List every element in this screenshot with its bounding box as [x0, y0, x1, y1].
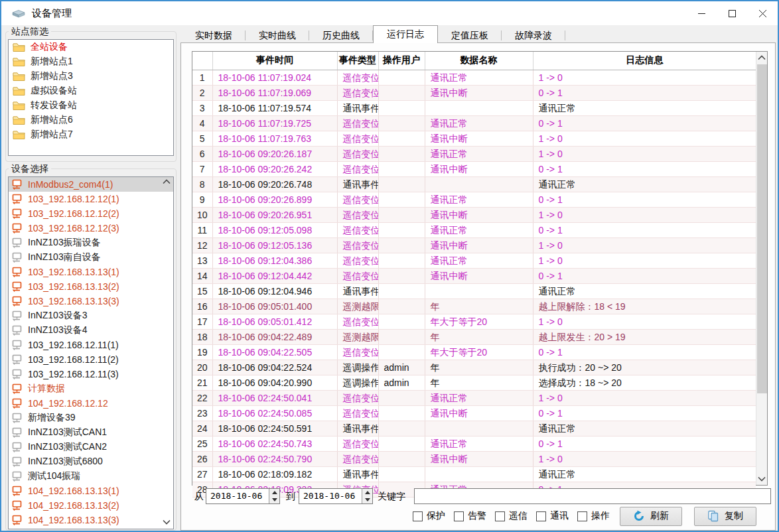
site-tree-item[interactable]: 新增站点6 — [9, 113, 173, 127]
device-list-item[interactable]: 103_192.168.12.12(3) — [9, 221, 173, 235]
checkbox-box[interactable] — [536, 511, 546, 521]
table-row[interactable]: 4 18-10-06 11:07:19.725 遥信变位 通讯正常 0 -> 1 — [192, 115, 756, 131]
log-table-header-cell[interactable] — [192, 52, 212, 70]
device-list-item[interactable]: 104_192.168.13.13(2) — [9, 498, 173, 513]
table-row[interactable]: 20 18-10-06 09:04:22.524 遥调操作 admin 年 执行… — [192, 360, 756, 375]
device-list-item[interactable]: 103_192.168.13.13(1) — [9, 265, 173, 279]
site-tree-item[interactable]: 新增站点3 — [9, 69, 173, 84]
table-row[interactable]: 7 18-10-06 09:20:26.242 遥信变位 通讯中断 0 -> 1 — [192, 161, 756, 176]
table-scroll-up-icon[interactable] — [758, 55, 766, 60]
to-date-picker[interactable]: 2018-10-06 — [299, 488, 373, 504]
device-list-item[interactable]: InNZ103设备4 — [9, 323, 173, 338]
site-tree-item[interactable]: 虚拟设备站 — [9, 84, 173, 98]
tab[interactable]: 运行日志 — [373, 25, 438, 43]
device-list-item[interactable]: InNZ103测试6800 — [9, 454, 173, 469]
table-row[interactable]: 2 18-10-06 11:07:19.069 遥信变位 通讯中断 0 -> 1 — [192, 85, 756, 100]
filter-checkbox[interactable]: 保护 — [413, 510, 445, 522]
log-table-header-cell[interactable]: 事件时间 — [212, 52, 337, 70]
tab[interactable]: 定值压板 — [438, 28, 502, 43]
table-row[interactable]: 22 18-10-06 02:24:50.041 遥信变位 通讯正常 1 -> … — [192, 390, 756, 405]
device-list-item[interactable]: 103_192.168.12.12(2) — [9, 206, 173, 221]
device-list-item[interactable]: InNZ103振瑞设备 — [9, 235, 173, 250]
checkbox-box[interactable] — [495, 511, 505, 521]
spin-up-icon[interactable] — [365, 491, 370, 494]
table-row[interactable]: 24 18-10-06 02:24:50.591 通讯事件 通讯正常 — [192, 421, 756, 436]
spin-down-icon[interactable] — [365, 498, 370, 501]
table-row[interactable]: 6 18-10-06 09:20:26.187 遥信变位 通讯正常 1 -> 0 — [192, 146, 756, 161]
table-row[interactable]: 19 18-10-06 09:04:22.505 遥信变位 年大于等于20 0 … — [192, 344, 756, 360]
device-list-scroll-up-icon[interactable] — [163, 179, 171, 184]
filter-checkbox[interactable]: 通讯 — [536, 510, 569, 522]
device-list-item[interactable]: InNZ103测试CAN1 — [9, 425, 173, 440]
device-list-item[interactable] — [9, 527, 173, 529]
table-row[interactable]: 23 18-10-06 02:24:50.085 遥信变位 通讯中断 0 -> … — [192, 405, 756, 421]
device-list-item[interactable]: 103_192.168.12.11(2) — [9, 352, 173, 367]
table-row[interactable]: 5 18-10-06 11:07:19.763 遥信变位 通讯中断 1 -> 0 — [192, 131, 756, 146]
checkbox-box[interactable] — [413, 511, 423, 521]
tab[interactable]: 实时曲线 — [246, 28, 309, 43]
device-list-item[interactable]: 测试104振瑞 — [9, 469, 173, 484]
table-row[interactable]: 13 18-10-06 09:12:04.386 遥信变位 通讯正常 1 -> … — [192, 253, 756, 268]
refresh-button[interactable]: 刷新 — [620, 507, 682, 526]
table-row[interactable]: 26 18-10-06 02:24:50.790 遥信变位 通讯中断 1 -> … — [192, 451, 756, 466]
table-row[interactable]: 15 18-10-06 09:12:04.946 通讯事件 通讯正常 — [192, 283, 756, 299]
table-row[interactable]: 11 18-10-06 09:12:05.098 遥信变位 通讯正常 0 -> … — [192, 222, 756, 237]
spin-up-icon[interactable] — [272, 491, 277, 494]
device-list-item[interactable]: 103_192.168.13.13(3) — [9, 294, 173, 308]
device-list-scroll-down-icon[interactable] — [163, 519, 171, 525]
device-list-item[interactable]: 104_192.168.13.13(3) — [9, 513, 173, 527]
device-list-item[interactable]: 计算数据 — [9, 381, 173, 396]
from-date-picker[interactable]: 2018-10-06 — [206, 488, 280, 504]
device-list-item[interactable]: InNZ103南自设备 — [9, 250, 173, 265]
log-table-header-cell[interactable]: 操作用户 — [378, 52, 425, 70]
tab[interactable]: 故障录波 — [502, 28, 565, 43]
minimize-button[interactable] — [686, 1, 717, 25]
device-list-item[interactable]: 103_192.168.12.11(3) — [9, 367, 173, 381]
maximize-button[interactable] — [717, 1, 747, 25]
site-tree-item[interactable]: 全站设备 — [9, 40, 173, 54]
to-date-spinner[interactable] — [362, 489, 372, 503]
filter-checkbox[interactable]: 操作 — [577, 510, 610, 522]
device-list-item[interactable]: 104_192.168.13.13(1) — [9, 484, 173, 498]
copy-button[interactable]: 复制 — [694, 507, 756, 526]
filter-checkbox[interactable]: 遥信 — [495, 510, 528, 522]
site-tree-item[interactable]: 新增站点7 — [9, 127, 173, 142]
device-list-item[interactable]: InNZ103设备3 — [9, 308, 173, 323]
device-list-item[interactable]: 新增设备39 — [9, 411, 173, 425]
table-row[interactable]: 18 18-10-06 09:04:22.489 遥测越限 年 越上限发生：20… — [192, 329, 756, 344]
site-tree-item[interactable]: 新增站点1 — [9, 54, 173, 69]
tab[interactable]: 历史曲线 — [309, 28, 373, 43]
keyword-input[interactable] — [414, 488, 771, 504]
checkbox-box[interactable] — [577, 511, 587, 521]
table-row[interactable]: 12 18-10-06 09:12:05.136 遥信变位 通讯中断 1 -> … — [192, 237, 756, 253]
device-list-item[interactable]: InNZ103测试CAN2 — [9, 440, 173, 454]
device-list-item[interactable]: 104_192.168.12.12 — [9, 396, 173, 411]
device-list-item[interactable]: 103_192.168.12.12(1) — [9, 192, 173, 206]
table-row[interactable]: 16 18-10-06 09:05:01.400 遥测越限 年 越上限解除：18… — [192, 299, 756, 314]
tab[interactable]: 实时数据 — [182, 28, 246, 43]
table-row[interactable]: 17 18-10-06 09:05:01.412 遥信变位 年大于等于20 1 … — [192, 314, 756, 329]
from-date-spinner[interactable] — [269, 489, 279, 503]
log-table-header-cell[interactable]: 事件类型 — [337, 52, 378, 70]
device-list-item[interactable]: InModbus2_com4(1) — [9, 177, 173, 192]
close-button[interactable] — [747, 1, 778, 25]
table-row[interactable]: 14 18-10-06 09:12:04.442 遥信变位 通讯中断 0 -> … — [192, 268, 756, 283]
table-row[interactable]: 27 18-10-06 02:18:09.182 通讯事件 通讯正常 — [192, 466, 756, 482]
spin-down-icon[interactable] — [272, 498, 277, 501]
checkbox-box[interactable] — [454, 511, 464, 521]
table-row[interactable]: 8 18-10-06 09:20:26.748 通讯事件 通讯正常 — [192, 176, 756, 192]
table-row[interactable]: 3 18-10-06 11:07:19.574 通讯事件 通讯正常 — [192, 100, 756, 115]
table-scrollbar-thumb[interactable] — [757, 64, 767, 393]
site-tree-item[interactable]: 转发设备站 — [9, 98, 173, 113]
table-row[interactable]: 21 18-10-06 09:04:20.990 遥调操作 admin 年 选择… — [192, 375, 756, 390]
table-row[interactable]: 1 18-10-06 11:07:19.024 遥信变位 通讯正常 1 -> 0 — [192, 70, 756, 85]
log-table-header-cell[interactable]: 日志信息 — [533, 52, 756, 70]
filter-checkbox[interactable]: 告警 — [454, 510, 486, 522]
log-table-header-cell[interactable]: 数据名称 — [425, 52, 533, 70]
table-row[interactable]: 10 18-10-06 09:20:26.951 遥信变位 通讯中断 1 -> … — [192, 207, 756, 222]
table-scroll-down-icon[interactable] — [758, 476, 766, 482]
device-list-item[interactable]: 103_192.168.13.13(2) — [9, 279, 173, 294]
table-row[interactable]: 25 18-10-06 02:24:50.743 遥信变位 通讯正常 0 -> … — [192, 436, 756, 451]
table-row[interactable]: 9 18-10-06 09:20:26.899 遥信变位 通讯正常 0 -> 1 — [192, 192, 756, 207]
device-list-item[interactable]: 103_192.168.12.11(1) — [9, 338, 173, 352]
